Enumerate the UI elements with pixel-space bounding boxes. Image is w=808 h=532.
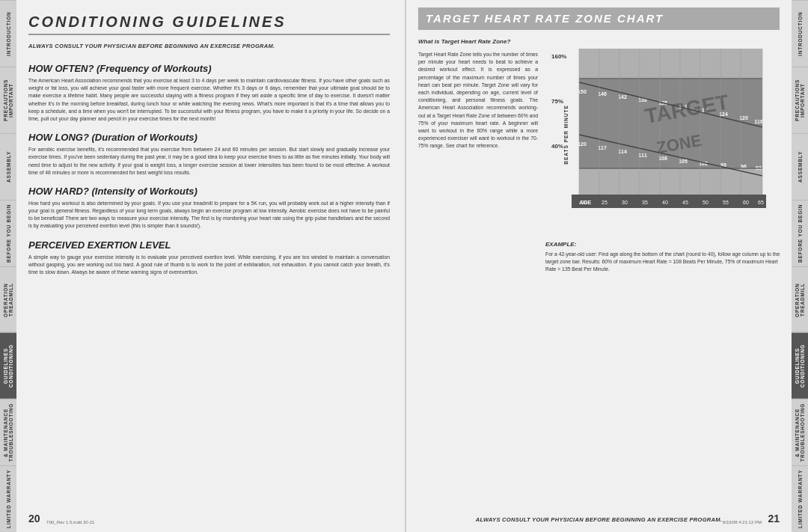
heart-rate-chart: 160% 75% 40% 150 xyxy=(545,37,785,235)
svg-text:30: 30 xyxy=(622,200,628,205)
svg-marker-6 xyxy=(579,168,762,195)
svg-text:55: 55 xyxy=(723,200,729,205)
svg-text:75%: 75% xyxy=(551,98,563,105)
section-how-long-text: For aerobic exercise benefits, it's reco… xyxy=(28,146,390,177)
main-content: CONDITIONING GUIDELINES ALWAYS CONSULT Y… xyxy=(16,0,792,532)
page-number-right: 21 xyxy=(768,513,780,525)
svg-text:116: 116 xyxy=(754,119,763,124)
svg-text:60: 60 xyxy=(743,200,749,205)
svg-marker-4 xyxy=(579,49,762,79)
left-tab-introduction[interactable]: INTRODUCTION xyxy=(0,0,16,67)
left-tab-before-you-begin[interactable]: BEFORE YOU BEGIN xyxy=(0,200,16,266)
example-text: For a 42-year-old user: Find age along t… xyxy=(545,251,785,274)
right-page-title-box: TARGET HEART RATE ZONE CHART xyxy=(418,7,780,30)
svg-text:35: 35 xyxy=(642,200,648,205)
right-page-title: TARGET HEART RATE ZONE CHART xyxy=(426,12,664,25)
svg-text:40: 40 xyxy=(662,200,668,205)
left-page: CONDITIONING GUIDELINES ALWAYS CONSULT Y… xyxy=(16,0,406,532)
right-tab-assembly[interactable]: ASSEMBLY xyxy=(792,133,808,200)
chart-area: 160% 75% 40% 150 xyxy=(545,37,785,510)
example-section: EXAMPLE: For a 42-year-old user: Find ag… xyxy=(545,241,785,274)
footer-text-right: 9/10/08 4:21:12 PM xyxy=(723,520,762,525)
left-tab-troubleshooting[interactable]: TROUBLESHOOTING & MAINTENANCE xyxy=(0,399,16,465)
always-consult-top: ALWAYS CONSULT YOUR PHYSICIAN BEFORE BEG… xyxy=(28,43,390,49)
svg-text:160%: 160% xyxy=(551,53,566,60)
section-how-hard-title: HOW HARD? (Intensity of Workouts) xyxy=(28,186,390,197)
section-how-hard-text: How hard you workout is also determined … xyxy=(28,200,390,230)
left-tab-assembly[interactable]: ASSEMBLY xyxy=(0,133,16,200)
right-tab-conditioning-guidelines[interactable]: CONDITIONING GUIDELINES xyxy=(792,332,808,399)
section-how-often-title: HOW OFTEN? (Frequency of Workouts) xyxy=(28,63,390,74)
section-how-often-text: The American Heart Association recommend… xyxy=(28,77,390,123)
right-tab-troubleshooting[interactable]: TROUBLESHOOTING & MAINTENANCE xyxy=(792,399,808,465)
svg-rect-34 xyxy=(572,195,766,208)
right-tab-important-precautions[interactable]: IMPORTANT PRECAUTIONS xyxy=(792,67,808,133)
left-navigation-tabs: INTRODUCTION IMPORTANT PRECAUTIONS ASSEM… xyxy=(0,0,16,532)
svg-text:45: 45 xyxy=(682,200,688,205)
page-number-left: 20 xyxy=(28,513,40,525)
right-navigation-tabs: INTRODUCTION IMPORTANT PRECAUTIONS ASSEM… xyxy=(792,0,808,532)
svg-text:40%: 40% xyxy=(551,143,563,150)
right-tab-limited-warranty[interactable]: LIMITED WARRANTY xyxy=(792,465,808,532)
right-tab-before-you-begin[interactable]: BEFORE YOU BEGIN xyxy=(792,200,808,266)
svg-text:BEATS PER MINUTE: BEATS PER MINUTE xyxy=(563,105,569,164)
left-tab-treadmill-operation[interactable]: TREADMILL OPERATION xyxy=(0,266,16,333)
example-title: EXAMPLE: xyxy=(545,241,785,248)
svg-text:65: 65 xyxy=(758,200,764,205)
left-tab-conditioning-guidelines[interactable]: CONDITIONING GUIDELINES xyxy=(0,332,16,399)
left-tab-important-precautions[interactable]: IMPORTANT PRECAUTIONS xyxy=(0,67,16,133)
footer-text-left: T90_Rev 1.5.indd 20-21 xyxy=(46,520,94,525)
right-page: TARGET HEART RATE ZONE CHART What is Tar… xyxy=(406,0,792,532)
svg-text:50: 50 xyxy=(703,200,708,205)
right-content-area: What is Target Heart Rate Zone? Target H… xyxy=(418,37,780,510)
page-title: CONDITIONING GUIDELINES xyxy=(28,13,390,35)
right-tab-introduction[interactable]: INTRODUCTION xyxy=(792,0,808,67)
chart-description-text: Target Heart Rate Zone tells you the num… xyxy=(418,51,538,150)
left-tab-limited-warranty[interactable]: LIMITED WARRANTY xyxy=(0,465,16,532)
svg-text:25: 25 xyxy=(602,200,607,205)
svg-text:20: 20 xyxy=(581,200,587,205)
what-is-title: What is Target Heart Rate Zone? xyxy=(418,37,538,46)
section-perceived-exertion-text: A simple way to gauge your exercise inte… xyxy=(28,254,390,277)
right-tab-treadmill-operation[interactable]: TREADMILL OPERATION xyxy=(792,266,808,333)
section-how-long-title: HOW LONG? (Duration of Workouts) xyxy=(28,132,390,143)
chart-description: What is Target Heart Rate Zone? Target H… xyxy=(418,37,538,510)
section-perceived-exertion-title: PERCEIVED EXERTION LEVEL xyxy=(28,239,390,251)
